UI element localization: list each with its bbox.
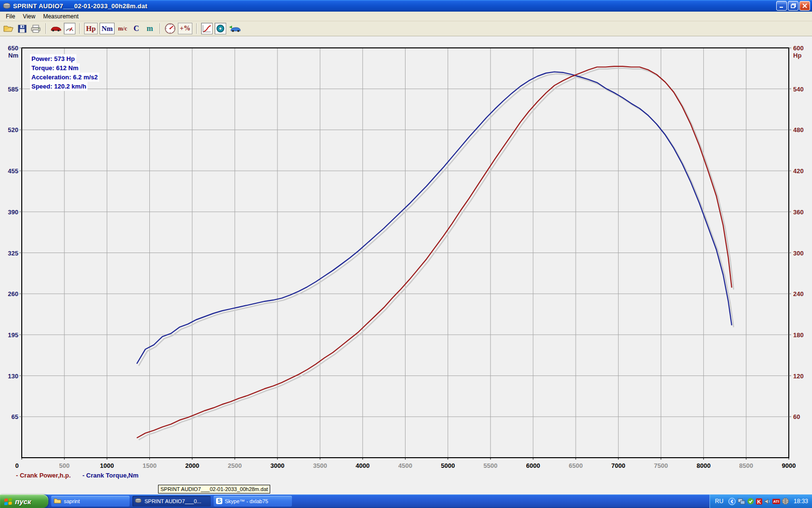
svg-text:130: 130 [8,373,18,380]
svg-text:650: 650 [8,45,18,52]
svg-text:Hp: Hp [793,52,801,59]
save-button[interactable] [16,23,28,34]
app-icon [3,2,11,10]
maximize-button[interactable] [788,1,798,11]
vehicle-button[interactable] [50,23,62,34]
svg-text:2500: 2500 [228,462,242,469]
torque-readout: Torque: 612 Nm [30,63,80,73]
svg-text:455: 455 [8,167,18,175]
svg-text:195: 195 [8,331,18,339]
speed-readout: Speed: 120.2 km/h [30,82,87,91]
svg-text:120: 120 [793,373,804,380]
measurement-readout: Power: 573 Hp Torque: 612 Nm Acceleratio… [30,54,99,91]
svg-text:480: 480 [793,126,804,134]
svg-text:1500: 1500 [143,462,157,469]
sprint-app-icon [135,498,142,505]
menu-measurement[interactable]: Measurement [39,12,82,21]
dyno-roller-icon [216,24,225,33]
svg-text:6500: 6500 [569,462,583,469]
svg-text:500: 500 [59,462,70,469]
svg-text:8500: 8500 [739,462,753,469]
ati-icon[interactable]: ATI [772,499,780,504]
taskbar-clock: 18:33 [794,498,808,505]
toolbar-separator [196,23,197,34]
svg-text:420: 420 [793,167,804,175]
menu-file[interactable]: File [2,12,19,21]
windows-logo-icon [4,497,13,505]
legend-power: - Crank Power,h.p. [16,472,71,479]
antivirus-check-icon[interactable] [747,498,754,505]
title-bar: SPRINT AUDIO7___02-01-2033_00h28m.dat [0,0,812,12]
svg-text:3500: 3500 [313,462,327,469]
gauge-box-icon [65,24,74,33]
taskbar-item-saprint[interactable]: saprint [51,496,130,507]
globe-icon[interactable] [782,498,789,505]
m-toggle[interactable]: m [144,23,156,34]
svg-text:7000: 7000 [611,462,625,469]
printer-icon [30,25,41,33]
speedometer-icon [164,23,176,34]
acceleration-toggle[interactable]: m/c [116,23,129,34]
start-button[interactable]: пуск [0,494,48,508]
hp-toggle[interactable]: Hp [84,23,98,34]
dyno-graph-button[interactable] [64,23,75,34]
svg-text:5500: 5500 [483,462,497,469]
chart-legend: - Crank Power,h.p.- Crank Torque,Nm [16,472,138,479]
toolbar-separator [160,23,160,34]
red-car-icon [50,26,62,31]
print-button[interactable] [30,23,42,34]
svg-text:0: 0 [15,462,18,469]
svg-text:60: 60 [793,413,800,420]
svg-text:9000: 9000 [782,462,796,469]
network-computers-icon[interactable] [738,498,745,505]
speedometer-button[interactable] [164,23,176,34]
plus-percent-button[interactable]: +% [178,23,192,34]
menu-view[interactable]: View [19,12,39,21]
chart-curve-icon [202,24,212,33]
svg-text:520: 520 [8,126,18,134]
roller-button[interactable] [215,23,226,34]
svg-text:5000: 5000 [441,462,455,469]
toolbar: Hp Nm m/c C m +% [0,21,812,36]
svg-text:8000: 8000 [696,462,710,469]
svg-text:65: 65 [12,413,18,420]
close-button[interactable] [799,1,810,11]
svg-text:600: 600 [793,45,804,52]
taskbar-item-skype[interactable]: S Skype™ - dxlab75 [214,496,292,507]
hidden-icons-chevron[interactable] [728,498,736,505]
svg-text:240: 240 [793,290,804,298]
folder-icon [54,498,61,505]
svg-text:6000: 6000 [526,462,540,469]
floppy-icon [18,25,27,33]
svg-text:7500: 7500 [654,462,668,469]
power-readout: Power: 573 Hp [30,54,76,63]
acceleration-readout: Acceleration: 6.2 m/s2 [30,73,99,82]
svg-text:4500: 4500 [398,462,412,469]
svg-text:1000: 1000 [100,462,114,469]
volume-icon[interactable] [764,498,770,505]
nm-toggle[interactable]: Nm [100,23,115,34]
svg-text:4000: 4000 [356,462,370,469]
svg-text:585: 585 [8,86,18,93]
window-title: SPRINT AUDIO7___02-01-2033_00h28m.dat [13,2,775,10]
c-toggle[interactable]: C [130,23,142,34]
taskbar-item-sprint[interactable]: SPRINT AUDIO7___0... [132,496,211,507]
system-tray: RU K ATI 18:33 [710,494,812,508]
open-button[interactable] [3,23,14,34]
export-run-button[interactable] [228,23,241,34]
toolbar-separator [79,23,80,34]
svg-text:S: S [218,498,221,504]
chart-button[interactable] [201,23,213,34]
svg-text:325: 325 [8,250,18,257]
minimize-button[interactable] [776,1,787,11]
language-indicator[interactable]: RU [715,498,723,505]
svg-text:K: K [757,498,761,504]
chart-canvas[interactable]: 65130195260325390455520585650Nm601201802… [0,36,812,494]
kaspersky-icon[interactable]: K [756,498,762,505]
svg-text:2000: 2000 [185,462,199,469]
svg-text:540: 540 [793,86,804,93]
svg-text:300: 300 [793,250,804,257]
svg-text:Nm: Nm [8,52,18,59]
svg-text:260: 260 [8,290,18,298]
skype-icon: S [216,498,222,505]
